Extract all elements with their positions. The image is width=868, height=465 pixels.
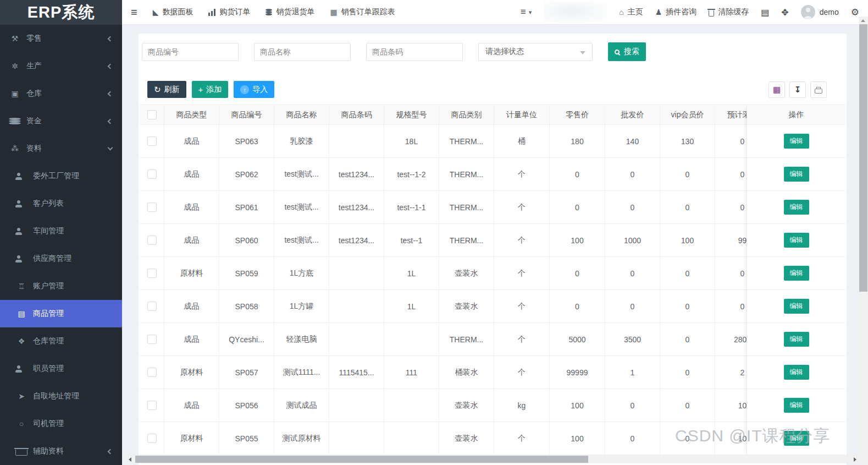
sidebar-item[interactable]: 职员管理 (0, 355, 122, 382)
operation-header: 操作 (747, 105, 845, 125)
edit-button[interactable]: 编辑 (784, 266, 809, 281)
select-all-checkbox[interactable] (147, 110, 157, 119)
sidebar-item[interactable]: ○ 司机管理 (0, 410, 122, 437)
sidebar-item[interactable]: ⁂ 资料 (0, 135, 122, 162)
cell-wholesale-price: 0 (605, 191, 660, 223)
cell-unit: kg (494, 389, 550, 422)
log-icon[interactable]: ▤ (761, 7, 769, 18)
edit-button[interactable]: 编辑 (784, 233, 809, 248)
cell-type: 成品 (164, 389, 219, 422)
print-button[interactable] (810, 81, 827, 98)
row-checkbox[interactable] (147, 401, 157, 410)
cell-spec: 111 (384, 356, 439, 389)
sidebar-item-label: 自取地址管理 (33, 391, 79, 401)
row-checkbox[interactable] (147, 434, 157, 443)
edit-button[interactable]: 编辑 (784, 398, 809, 413)
cell-category: THERM... (439, 191, 494, 223)
row-checkbox[interactable] (147, 302, 157, 311)
sidebar-item[interactable]: 辅助资料 (0, 437, 122, 465)
sidebar-item[interactable]: ▤ 商品管理 (0, 300, 122, 327)
book-icon: ▤ (15, 309, 27, 318)
sidebar-item[interactable]: 资金 (0, 107, 122, 135)
chevron-icon (108, 91, 113, 96)
row-checkbox[interactable] (147, 236, 157, 245)
row-checkbox[interactable] (147, 169, 157, 179)
navbar-menu-item[interactable]: 购货订单 (208, 7, 250, 17)
cell-type: 成品 (164, 323, 219, 355)
sidebar-item[interactable]: ⚒ 零售 (0, 25, 122, 52)
nav-list-dropdown[interactable]: ≡▾ (521, 7, 532, 18)
navbar-menu-item[interactable]: ◣ 数据面板 (153, 7, 193, 17)
navbar-menu-item[interactable]: 销货退货单 (266, 7, 314, 17)
home-label: 主页 (628, 7, 643, 17)
search-button[interactable]: 搜索 (608, 42, 646, 61)
horizontal-scrollbar[interactable] (126, 455, 859, 463)
row-checkbox[interactable] (147, 136, 157, 146)
sidebar-toggle-icon[interactable]: ≡ (131, 6, 137, 19)
settings-gears-icon[interactable]: ⚙ (851, 7, 859, 18)
edit-button[interactable]: 编辑 (784, 431, 809, 446)
row-checkbox[interactable] (147, 269, 157, 278)
edit-button[interactable]: 编辑 (784, 167, 809, 182)
user-plus-icon (15, 173, 27, 180)
add-button[interactable]: + 添加 (192, 81, 229, 98)
cell-code: SP056 (219, 389, 274, 422)
cell-vip-price: 0 (660, 257, 715, 289)
clear-cache-link[interactable]: 清除缓存 (709, 7, 749, 17)
cell-name: 1L方罐 (274, 290, 329, 322)
product-code-input[interactable] (142, 43, 239, 61)
column-header: 零售价 (550, 105, 605, 124)
sidebar-item[interactable]: 供应商管理 (0, 245, 122, 272)
cell-retail-price: 100 (550, 422, 605, 455)
sidebar-item[interactable]: 委外工厂管理 (0, 162, 122, 190)
sidebar-item[interactable]: ▣ 仓库 (0, 80, 122, 107)
import-button[interactable]: 导入 (234, 81, 274, 98)
sidebar-item[interactable]: 车间管理 (0, 217, 122, 245)
cell-name: 乳胶漆 (274, 125, 329, 157)
cell-spec: 1L (384, 257, 439, 289)
edit-button[interactable]: 编辑 (784, 299, 809, 314)
plugin-consult-link[interactable]: ♟ 插件咨询 (655, 7, 697, 17)
product-name-input[interactable] (254, 43, 351, 61)
scroll-left-arrow-icon[interactable] (129, 457, 131, 462)
user-icon (15, 255, 27, 262)
home-link[interactable]: ⌂ 主页 (619, 7, 643, 17)
cell-type: 成品 (164, 158, 219, 190)
product-barcode-input[interactable] (366, 43, 463, 61)
edit-button[interactable]: 编辑 (784, 332, 809, 347)
edit-button[interactable]: 编辑 (784, 200, 809, 215)
navbar-menu-label: 销货退货单 (276, 7, 314, 17)
vertical-scrollbar-thumb[interactable] (859, 24, 867, 292)
sidebar-item[interactable]: ♖ 账户管理 (0, 272, 122, 300)
edit-button[interactable]: 编辑 (784, 365, 809, 380)
status-select[interactable]: 请选择状态 (478, 43, 593, 61)
column-header: 商品名称 (274, 105, 329, 124)
status-select-value: 请选择状态 (485, 47, 524, 57)
row-checkbox[interactable] (147, 335, 157, 344)
table-toolbar: ↻ 刷新 + 添加 导入 ▦ ↧ (140, 81, 845, 98)
sidebar-item[interactable]: ❖ 仓库管理 (0, 327, 122, 355)
production-icon: ✲ (9, 62, 21, 70)
refresh-button[interactable]: ↻ 刷新 (147, 81, 186, 98)
row-checkbox[interactable] (147, 368, 157, 377)
export-button[interactable]: ↧ (789, 81, 806, 98)
sidebar-item[interactable]: ➤ 自取地址管理 (0, 382, 122, 410)
home-icon: ⌂ (619, 8, 623, 17)
fullscreen-icon[interactable]: ✥ (781, 7, 788, 18)
cell-vip-price: 0 (660, 422, 715, 455)
user-menu[interactable]: demo (801, 5, 839, 19)
sidebar-item[interactable]: 客户列表 (0, 190, 122, 217)
row-checkbox[interactable] (147, 203, 157, 212)
edit-button[interactable]: 编辑 (784, 134, 809, 149)
columns-filter-button[interactable]: ▦ (769, 81, 785, 98)
sidebar-item[interactable]: ✲ 生产 (0, 52, 122, 80)
navbar-menu-item[interactable]: ▦ 销售订单跟踪表 (330, 7, 395, 17)
horizontal-scrollbar-thumb[interactable] (135, 456, 588, 463)
avatar (801, 5, 815, 19)
scroll-right-arrow-icon[interactable] (854, 457, 856, 462)
column-header: 商品类别 (439, 105, 494, 124)
cell-type: 原材料 (164, 356, 219, 389)
vertical-scrollbar[interactable] (859, 17, 868, 465)
sidebar-item-label: 资料 (26, 144, 42, 154)
scroll-up-arrow-icon[interactable] (861, 19, 865, 22)
